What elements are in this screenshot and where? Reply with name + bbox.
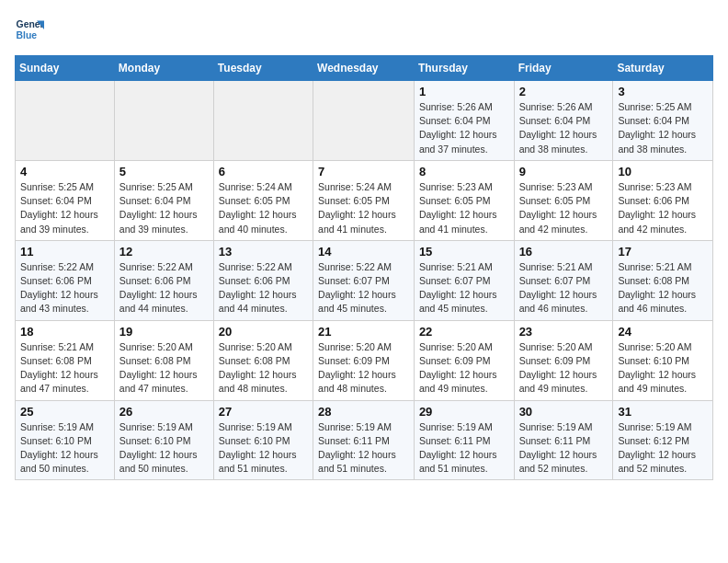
day-number: 2 (519, 85, 609, 98)
calendar-cell (114, 81, 213, 161)
day-number: 7 (318, 165, 409, 178)
week-row: 18Sunrise: 5:21 AM Sunset: 6:08 PM Dayli… (16, 320, 713, 400)
day-number: 20 (219, 325, 308, 339)
day-info: Sunrise: 5:23 AM Sunset: 6:06 PM Dayligh… (618, 180, 708, 236)
day-info: Sunrise: 5:19 AM Sunset: 6:11 PM Dayligh… (519, 420, 609, 477)
weekday-header: Thursday (414, 56, 514, 81)
day-info: Sunrise: 5:26 AM Sunset: 6:04 PM Dayligh… (419, 100, 509, 156)
calendar-cell (16, 81, 115, 161)
week-row: 1Sunrise: 5:26 AM Sunset: 6:04 PM Daylig… (16, 81, 713, 161)
day-info: Sunrise: 5:25 AM Sunset: 6:04 PM Dayligh… (618, 100, 708, 156)
calendar-cell: 5Sunrise: 5:25 AM Sunset: 6:04 PM Daylig… (114, 160, 213, 240)
day-info: Sunrise: 5:21 AM Sunset: 6:07 PM Dayligh… (419, 260, 509, 316)
day-number: 31 (618, 405, 708, 419)
day-number: 12 (119, 245, 209, 259)
day-number: 19 (119, 325, 209, 339)
day-number: 18 (20, 325, 109, 339)
day-info: Sunrise: 5:22 AM Sunset: 6:06 PM Dayligh… (20, 260, 109, 316)
day-info: Sunrise: 5:23 AM Sunset: 6:05 PM Dayligh… (419, 180, 509, 236)
day-info: Sunrise: 5:23 AM Sunset: 6:05 PM Dayligh… (519, 180, 609, 236)
day-info: Sunrise: 5:24 AM Sunset: 6:05 PM Dayligh… (219, 180, 308, 236)
day-info: Sunrise: 5:20 AM Sunset: 6:08 PM Dayligh… (119, 340, 209, 396)
calendar-cell (213, 81, 313, 161)
calendar-cell: 9Sunrise: 5:23 AM Sunset: 6:05 PM Daylig… (514, 160, 613, 240)
calendar-cell: 6Sunrise: 5:24 AM Sunset: 6:05 PM Daylig… (213, 160, 313, 240)
calendar-cell: 27Sunrise: 5:19 AM Sunset: 6:10 PM Dayli… (213, 400, 313, 480)
calendar-cell: 12Sunrise: 5:22 AM Sunset: 6:06 PM Dayli… (114, 240, 213, 320)
calendar-cell: 24Sunrise: 5:20 AM Sunset: 6:10 PM Dayli… (613, 320, 713, 400)
calendar-cell: 2Sunrise: 5:26 AM Sunset: 6:04 PM Daylig… (514, 81, 613, 161)
day-number: 1 (419, 85, 509, 98)
day-info: Sunrise: 5:19 AM Sunset: 6:11 PM Dayligh… (318, 420, 409, 477)
day-number: 13 (219, 245, 308, 259)
day-number: 17 (618, 245, 708, 259)
svg-text:Blue: Blue (17, 30, 38, 40)
calendar-cell: 13Sunrise: 5:22 AM Sunset: 6:06 PM Dayli… (213, 240, 313, 320)
day-number: 16 (519, 245, 609, 259)
calendar-cell: 30Sunrise: 5:19 AM Sunset: 6:11 PM Dayli… (514, 400, 613, 480)
day-info: Sunrise: 5:25 AM Sunset: 6:04 PM Dayligh… (20, 180, 109, 236)
day-number: 27 (219, 405, 308, 419)
day-number: 11 (20, 245, 109, 259)
day-number: 25 (20, 405, 109, 419)
calendar-cell: 16Sunrise: 5:21 AM Sunset: 6:07 PM Dayli… (514, 240, 613, 320)
calendar-table: SundayMondayTuesdayWednesdayThursdayFrid… (15, 55, 713, 480)
calendar-cell: 18Sunrise: 5:21 AM Sunset: 6:08 PM Dayli… (16, 320, 115, 400)
week-row: 4Sunrise: 5:25 AM Sunset: 6:04 PM Daylig… (16, 160, 713, 240)
day-number: 23 (519, 325, 609, 339)
day-info: Sunrise: 5:19 AM Sunset: 6:11 PM Dayligh… (419, 420, 509, 477)
day-info: Sunrise: 5:20 AM Sunset: 6:09 PM Dayligh… (519, 340, 609, 396)
calendar-cell: 15Sunrise: 5:21 AM Sunset: 6:07 PM Dayli… (414, 240, 514, 320)
calendar-cell: 19Sunrise: 5:20 AM Sunset: 6:08 PM Dayli… (114, 320, 213, 400)
day-number: 21 (318, 325, 409, 339)
day-number: 26 (119, 405, 209, 419)
calendar-cell: 21Sunrise: 5:20 AM Sunset: 6:09 PM Dayli… (313, 320, 415, 400)
calendar-cell: 26Sunrise: 5:19 AM Sunset: 6:10 PM Dayli… (114, 400, 213, 480)
day-info: Sunrise: 5:21 AM Sunset: 6:08 PM Dayligh… (618, 260, 708, 316)
weekday-header: Monday (114, 56, 213, 81)
day-number: 5 (119, 165, 209, 178)
calendar-header: SundayMondayTuesdayWednesdayThursdayFrid… (16, 56, 713, 81)
logo: General Blue (15, 15, 48, 44)
day-number: 30 (519, 405, 609, 419)
day-info: Sunrise: 5:21 AM Sunset: 6:07 PM Dayligh… (519, 260, 609, 316)
calendar-cell (313, 81, 415, 161)
calendar-cell: 4Sunrise: 5:25 AM Sunset: 6:04 PM Daylig… (16, 160, 115, 240)
calendar-cell: 14Sunrise: 5:22 AM Sunset: 6:07 PM Dayli… (313, 240, 415, 320)
day-number: 3 (618, 85, 708, 98)
day-number: 8 (419, 165, 509, 178)
calendar-cell: 25Sunrise: 5:19 AM Sunset: 6:10 PM Dayli… (16, 400, 115, 480)
day-number: 24 (618, 325, 708, 339)
day-info: Sunrise: 5:20 AM Sunset: 6:10 PM Dayligh… (618, 340, 708, 396)
day-number: 4 (20, 165, 109, 178)
calendar-cell: 11Sunrise: 5:22 AM Sunset: 6:06 PM Dayli… (16, 240, 115, 320)
week-row: 11Sunrise: 5:22 AM Sunset: 6:06 PM Dayli… (16, 240, 713, 320)
calendar-cell: 8Sunrise: 5:23 AM Sunset: 6:05 PM Daylig… (414, 160, 514, 240)
calendar-cell: 23Sunrise: 5:20 AM Sunset: 6:09 PM Dayli… (514, 320, 613, 400)
day-info: Sunrise: 5:20 AM Sunset: 6:09 PM Dayligh… (419, 340, 509, 396)
day-info: Sunrise: 5:26 AM Sunset: 6:04 PM Dayligh… (519, 100, 609, 156)
header-row: SundayMondayTuesdayWednesdayThursdayFrid… (16, 56, 713, 81)
weekday-header: Sunday (16, 56, 115, 81)
day-number: 15 (419, 245, 509, 259)
day-number: 10 (618, 165, 708, 178)
weekday-header: Saturday (613, 56, 713, 81)
calendar-cell: 22Sunrise: 5:20 AM Sunset: 6:09 PM Dayli… (414, 320, 514, 400)
weekday-header: Wednesday (313, 56, 415, 81)
week-row: 25Sunrise: 5:19 AM Sunset: 6:10 PM Dayli… (16, 400, 713, 480)
calendar-body: 1Sunrise: 5:26 AM Sunset: 6:04 PM Daylig… (16, 81, 713, 480)
calendar-cell: 3Sunrise: 5:25 AM Sunset: 6:04 PM Daylig… (613, 81, 713, 161)
calendar-cell: 7Sunrise: 5:24 AM Sunset: 6:05 PM Daylig… (313, 160, 415, 240)
day-number: 14 (318, 245, 409, 259)
calendar-cell: 20Sunrise: 5:20 AM Sunset: 6:08 PM Dayli… (213, 320, 313, 400)
day-number: 28 (318, 405, 409, 419)
logo-icon: General Blue (15, 15, 44, 44)
day-info: Sunrise: 5:22 AM Sunset: 6:06 PM Dayligh… (119, 260, 209, 316)
day-info: Sunrise: 5:22 AM Sunset: 6:07 PM Dayligh… (318, 260, 409, 316)
day-info: Sunrise: 5:21 AM Sunset: 6:08 PM Dayligh… (20, 340, 109, 396)
calendar-cell: 28Sunrise: 5:19 AM Sunset: 6:11 PM Dayli… (313, 400, 415, 480)
day-info: Sunrise: 5:25 AM Sunset: 6:04 PM Dayligh… (119, 180, 209, 236)
day-info: Sunrise: 5:22 AM Sunset: 6:06 PM Dayligh… (219, 260, 308, 316)
day-info: Sunrise: 5:20 AM Sunset: 6:09 PM Dayligh… (318, 340, 409, 396)
calendar-cell: 10Sunrise: 5:23 AM Sunset: 6:06 PM Dayli… (613, 160, 713, 240)
